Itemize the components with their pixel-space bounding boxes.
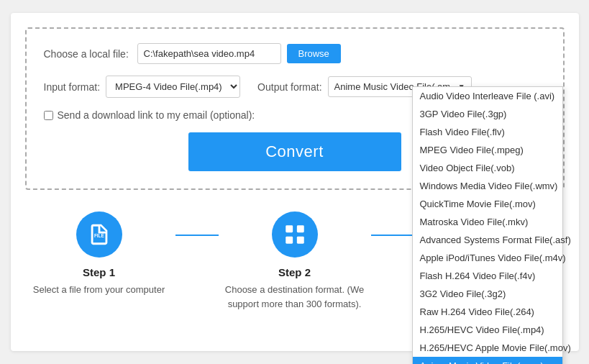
browse-button[interactable]: Browse — [287, 44, 341, 63]
dropdown-item[interactable]: Anime Music Video File(.amv) — [413, 357, 562, 364]
step-1-desc: Select a file from your computer — [33, 283, 165, 297]
dropdown-item[interactable]: Matroska Video File(.mkv) — [413, 213, 562, 231]
step-2-3-connector — [371, 235, 414, 236]
svg-rect-2 — [296, 225, 303, 232]
svg-rect-4 — [296, 237, 303, 244]
dropdown-item[interactable]: 3GP Video File(.3gp) — [413, 105, 562, 123]
dropdown-item[interactable]: MPEG Video File(.mpeg) — [413, 141, 562, 159]
dropdown-item[interactable]: Flash Video File(.flv) — [413, 123, 562, 141]
dropdown-item[interactable]: Audio Video Interleave File (.avi) — [413, 87, 562, 105]
dropdown-item[interactable]: 3G2 Video File(.3g2) — [413, 285, 562, 303]
main-container: Choose a local file: Browse Input format… — [11, 13, 579, 351]
dropdown-item[interactable]: Windows Media Video File(.wmv) — [413, 177, 562, 195]
step-1: FILE Step 1 Select a file from your comp… — [27, 211, 171, 297]
file-path-input[interactable] — [137, 43, 281, 64]
step-2: Step 2 Choose a destination format. (We … — [223, 211, 367, 311]
choose-file-label: Choose a local file: — [44, 48, 137, 60]
dropdown-item[interactable]: H.265/HEVC Apple Movie File(.mov) — [413, 339, 562, 357]
dropdown-item[interactable]: H.265/HEVC Video File(.mp4) — [413, 321, 562, 339]
email-checkbox[interactable] — [44, 111, 53, 120]
file-input-group: Browse — [137, 43, 341, 64]
upload-section: Choose a local file: Browse Input format… — [25, 27, 565, 190]
step-1-title: Step 1 — [83, 266, 115, 278]
output-format-dropdown[interactable]: Audio Video Interleave File (.avi)3GP Vi… — [412, 86, 563, 364]
dropdown-item[interactable]: Flash H.264 Video File(.f4v) — [413, 267, 562, 285]
dropdown-item[interactable]: Raw H.264 Video File(.264) — [413, 303, 562, 321]
svg-text:FILE: FILE — [93, 233, 104, 238]
step-2-icon-circle — [272, 211, 318, 258]
email-label: Send a download link to my email (option… — [58, 109, 255, 121]
dropdown-item[interactable]: Video Object File(.vob) — [413, 159, 562, 177]
convert-button[interactable]: Convert — [188, 132, 401, 171]
input-format-select[interactable]: MPEG-4 Video File(.mp4) AVI Video File(.… — [106, 76, 240, 98]
step-2-title: Step 2 — [278, 266, 311, 278]
file-icon: FILE — [87, 222, 111, 247]
step-1-2-connector — [175, 235, 219, 236]
step-2-desc: Choose a destination format. (We support… — [223, 283, 367, 311]
dropdown-item[interactable]: Advanced Systems Format File(.asf) — [413, 231, 562, 249]
svg-rect-3 — [286, 237, 293, 244]
dropdown-item[interactable]: Apple iPod/iTunes Video File(.m4v) — [413, 249, 562, 267]
svg-rect-1 — [286, 225, 293, 232]
input-format-label: Input format: — [44, 81, 101, 93]
step-1-icon-circle: FILE — [76, 211, 122, 258]
dropdown-item[interactable]: QuickTime Movie File(.mov) — [413, 195, 562, 213]
grid-icon — [283, 222, 307, 247]
file-row: Choose a local file: Browse — [44, 43, 546, 64]
output-format-label: Output format: — [257, 81, 321, 93]
